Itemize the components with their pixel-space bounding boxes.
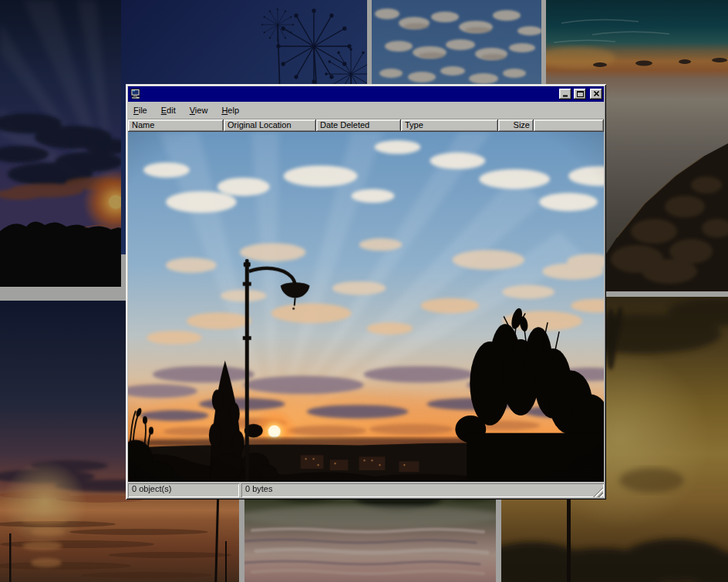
close-button[interactable] [590, 89, 602, 99]
column-header-type[interactable]: Type [401, 119, 498, 132]
column-header-date-deleted[interactable]: Date Deleted [316, 119, 401, 132]
column-header-original-location[interactable]: Original Location [224, 119, 316, 132]
recycle-bin-window: File Edit View Help Name Original Locati… [126, 84, 606, 500]
menu-help[interactable]: Help [221, 106, 239, 115]
computer-icon[interactable] [130, 88, 142, 100]
status-byte-count: 0 bytes [241, 483, 604, 497]
file-list-viewport[interactable] [128, 132, 604, 482]
column-header-size[interactable]: Size [498, 119, 534, 132]
menu-bar: File Edit View Help [128, 102, 604, 119]
sunset-streetlamp-photo [128, 132, 604, 482]
column-header-row: Name Original Location Date Deleted Type… [128, 119, 604, 132]
close-icon [593, 91, 600, 97]
minimize-icon [562, 91, 569, 97]
desktop-screen: File Edit View Help Name Original Locati… [0, 0, 728, 582]
maximize-icon [577, 91, 584, 97]
minimize-button[interactable] [559, 89, 571, 99]
window-titlebar[interactable] [128, 86, 604, 102]
maximize-button[interactable] [574, 89, 586, 99]
menu-edit[interactable]: Edit [161, 106, 176, 115]
menu-file[interactable]: File [133, 106, 147, 115]
status-object-count: 0 object(s) [128, 483, 239, 497]
column-header-filler[interactable] [534, 119, 604, 132]
status-bar: 0 object(s) 0 bytes [128, 482, 604, 497]
menu-view[interactable]: View [190, 106, 208, 115]
column-header-name[interactable]: Name [128, 119, 224, 132]
